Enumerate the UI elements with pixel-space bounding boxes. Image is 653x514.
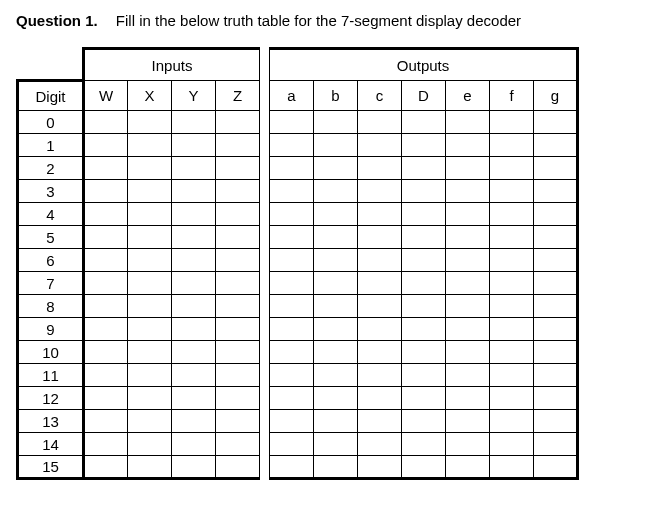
output-cell (314, 410, 358, 433)
input-cell (128, 272, 172, 295)
column-gap (260, 49, 270, 81)
output-cell (446, 433, 490, 456)
input-cell (172, 318, 216, 341)
input-cell (128, 295, 172, 318)
output-cell (402, 272, 446, 295)
output-cell (402, 295, 446, 318)
output-cell (402, 203, 446, 226)
output-cell (402, 180, 446, 203)
blank-corner (18, 49, 84, 81)
digit-cell: 13 (18, 410, 84, 433)
input-cell (216, 180, 260, 203)
output-cell (534, 433, 578, 456)
digit-cell: 7 (18, 272, 84, 295)
digit-cell: 6 (18, 249, 84, 272)
output-cell (314, 456, 358, 479)
inputs-group-header: Inputs (84, 49, 260, 81)
output-cell (358, 272, 402, 295)
input-cell (84, 180, 128, 203)
output-cell (534, 318, 578, 341)
output-cell (446, 341, 490, 364)
output-cell (314, 203, 358, 226)
input-cell (216, 387, 260, 410)
output-cell (358, 364, 402, 387)
output-cell (358, 249, 402, 272)
output-cell (358, 180, 402, 203)
table-row: 8 (18, 295, 578, 318)
input-cell (172, 341, 216, 364)
input-cell (216, 433, 260, 456)
output-cell (402, 387, 446, 410)
output-cell (314, 387, 358, 410)
digit-header: Digit (18, 81, 84, 111)
digit-cell: 0 (18, 111, 84, 134)
table-row: 13 (18, 410, 578, 433)
input-cell (84, 341, 128, 364)
output-cell (446, 387, 490, 410)
output-cell (358, 226, 402, 249)
output-header: b (314, 81, 358, 111)
input-cell (172, 134, 216, 157)
input-cell (84, 364, 128, 387)
output-cell (490, 364, 534, 387)
output-cell (534, 341, 578, 364)
question-text: Fill in the below truth table for the 7-… (116, 12, 521, 29)
output-cell (490, 456, 534, 479)
input-cell (84, 226, 128, 249)
output-cell (358, 134, 402, 157)
digit-cell: 12 (18, 387, 84, 410)
input-cell (172, 387, 216, 410)
input-cell (172, 111, 216, 134)
input-cell (84, 272, 128, 295)
output-cell (446, 134, 490, 157)
table-row: 3 (18, 180, 578, 203)
output-cell (402, 341, 446, 364)
input-cell (128, 341, 172, 364)
input-cell (128, 111, 172, 134)
output-cell (358, 410, 402, 433)
output-cell (490, 318, 534, 341)
input-cell (172, 226, 216, 249)
output-cell (534, 456, 578, 479)
output-cell (446, 456, 490, 479)
input-cell (216, 157, 260, 180)
table-row: 4 (18, 203, 578, 226)
output-cell (490, 134, 534, 157)
input-cell (128, 180, 172, 203)
input-header: X (128, 81, 172, 111)
output-header: a (270, 81, 314, 111)
table-row: 2 (18, 157, 578, 180)
output-cell (534, 410, 578, 433)
input-cell (128, 433, 172, 456)
output-cell (358, 295, 402, 318)
input-cell (128, 203, 172, 226)
input-cell (84, 410, 128, 433)
input-cell (84, 433, 128, 456)
output-cell (270, 203, 314, 226)
digit-cell: 11 (18, 364, 84, 387)
input-cell (216, 226, 260, 249)
input-cell (172, 157, 216, 180)
input-header: W (84, 81, 128, 111)
output-cell (490, 180, 534, 203)
output-cell (490, 226, 534, 249)
digit-cell: 4 (18, 203, 84, 226)
digit-cell: 1 (18, 134, 84, 157)
output-cell (446, 272, 490, 295)
output-cell (314, 272, 358, 295)
output-cell (402, 134, 446, 157)
input-cell (128, 134, 172, 157)
output-cell (534, 157, 578, 180)
output-cell (534, 203, 578, 226)
output-cell (314, 134, 358, 157)
input-cell (216, 318, 260, 341)
input-cell (216, 410, 260, 433)
output-cell (490, 249, 534, 272)
output-cell (314, 111, 358, 134)
input-cell (172, 203, 216, 226)
table-row: 7 (18, 272, 578, 295)
input-cell (84, 249, 128, 272)
outputs-group-header: Outputs (270, 49, 578, 81)
input-cell (172, 364, 216, 387)
output-cell (314, 180, 358, 203)
